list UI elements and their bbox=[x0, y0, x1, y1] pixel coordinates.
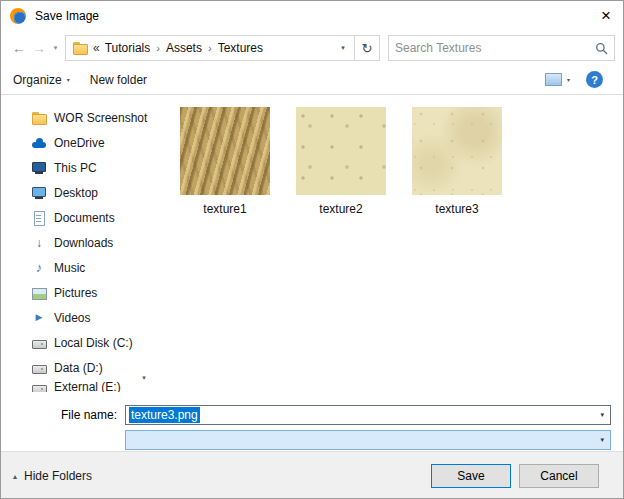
file-name-label: texture1 bbox=[179, 202, 271, 216]
command-toolbar: Organize ▾ New folder ▾ ? bbox=[1, 65, 623, 95]
sidebar-item-label: This PC bbox=[54, 161, 151, 175]
chevron-down-icon[interactable]: ▾ bbox=[600, 411, 604, 419]
sidebar-item-data-d[interactable]: Data (D:) bbox=[1, 355, 151, 380]
organize-label: Organize bbox=[13, 73, 62, 87]
video-play-icon: ▶ bbox=[31, 310, 47, 326]
refresh-icon[interactable]: ↻ bbox=[354, 35, 380, 61]
breadcrumb-separator-icon: › bbox=[207, 42, 213, 54]
file-item-texture2[interactable]: texture2 bbox=[295, 107, 387, 216]
sidebar-item-label: Pictures bbox=[54, 286, 151, 300]
desktop-icon bbox=[31, 185, 47, 201]
folder-icon bbox=[72, 40, 88, 56]
file-list: texture1 texture2 texture3 bbox=[151, 95, 623, 401]
sidebar-item-music[interactable]: ♪ Music bbox=[1, 255, 151, 280]
sidebar-item-onedrive[interactable]: OneDrive bbox=[1, 130, 151, 155]
window-title: Save Image bbox=[35, 9, 99, 23]
search-input[interactable] bbox=[395, 41, 595, 55]
file-name-label: texture3 bbox=[411, 202, 503, 216]
recent-locations-chevron-icon[interactable]: ▾ bbox=[49, 44, 62, 52]
hide-folders-label: Hide Folders bbox=[24, 469, 92, 483]
title-bar: Save Image × bbox=[1, 1, 623, 31]
save-button[interactable]: Save bbox=[431, 464, 511, 488]
sidebar-item-documents[interactable]: Documents bbox=[1, 205, 151, 230]
file-name-input[interactable]: texture3.png ▾ bbox=[125, 405, 611, 425]
navigation-bar: ← → ▾ « Tutorials › Assets › Textures ▾ … bbox=[1, 31, 623, 65]
search-icon bbox=[595, 42, 608, 55]
sidebar-item-downloads[interactable]: ↓ Downloads bbox=[1, 230, 151, 255]
sidebar-item-wor-screenshot[interactable]: WOR Screenshot bbox=[1, 105, 151, 130]
document-icon bbox=[31, 210, 47, 226]
computer-icon bbox=[31, 160, 47, 176]
texture1-thumbnail[interactable] bbox=[180, 107, 270, 195]
file-item-texture1[interactable]: texture1 bbox=[179, 107, 271, 216]
scrollbar-down-arrow-icon[interactable]: ▾ bbox=[138, 371, 150, 385]
new-folder-label: New folder bbox=[90, 73, 147, 87]
address-dropdown-chevron-icon[interactable]: ▾ bbox=[335, 44, 351, 52]
file-name-field-label: File name: bbox=[13, 408, 125, 422]
sidebar-item-label: Documents bbox=[54, 211, 151, 225]
firefox-icon bbox=[10, 8, 26, 24]
save-as-type-select[interactable]: ▾ bbox=[125, 430, 611, 450]
sidebar-item-label: OneDrive bbox=[54, 136, 151, 150]
save-image-dialog: Save Image × ← → ▾ « Tutorials › Assets … bbox=[0, 0, 624, 499]
main-area: WOR Screenshot OneDrive This PC Desktop … bbox=[1, 95, 623, 401]
sidebar-item-label: Videos bbox=[54, 311, 151, 325]
download-icon: ↓ bbox=[31, 235, 47, 251]
folder-tree: WOR Screenshot OneDrive This PC Desktop … bbox=[1, 95, 151, 401]
texture3-thumbnail[interactable] bbox=[412, 107, 502, 195]
cancel-button[interactable]: Cancel bbox=[519, 464, 599, 488]
picture-icon bbox=[31, 285, 47, 301]
chevron-down-icon: ▾ bbox=[567, 76, 570, 83]
file-name-section: File name: texture3.png ▾ ▾ bbox=[1, 401, 623, 451]
sidebar-item-label: Local Disk (C:) bbox=[54, 336, 151, 350]
music-note-icon: ♪ bbox=[31, 260, 47, 276]
file-name-value: texture3.png bbox=[129, 407, 200, 423]
help-button[interactable]: ? bbox=[586, 71, 603, 88]
sidebar-item-label: Desktop bbox=[54, 186, 151, 200]
drive-icon bbox=[31, 380, 47, 392]
sidebar-item-drive-e-clipped[interactable]: External (E:) bbox=[1, 380, 151, 392]
drive-icon bbox=[31, 335, 47, 351]
file-name-label: texture2 bbox=[295, 202, 387, 216]
new-folder-button[interactable]: New folder bbox=[90, 73, 147, 87]
chevron-up-icon: ▴ bbox=[13, 472, 17, 481]
sidebar-item-pictures[interactable]: Pictures bbox=[1, 280, 151, 305]
address-bar[interactable]: « Tutorials › Assets › Textures ▾ bbox=[65, 35, 355, 61]
back-button[interactable]: ← bbox=[9, 40, 29, 56]
sidebar-item-videos[interactable]: ▶ Videos bbox=[1, 305, 151, 330]
sidebar-item-this-pc[interactable]: This PC bbox=[1, 155, 151, 180]
breadcrumb-separator-icon: › bbox=[155, 42, 161, 54]
chevron-down-icon: ▾ bbox=[67, 76, 70, 83]
texture2-thumbnail[interactable] bbox=[296, 107, 386, 195]
sidebar-item-label: Data (D:) bbox=[54, 361, 151, 375]
sidebar-item-label: Music bbox=[54, 261, 151, 275]
onedrive-cloud-icon bbox=[31, 135, 47, 151]
breadcrumb-item-assets[interactable]: Assets bbox=[166, 41, 202, 55]
forward-button[interactable]: → bbox=[29, 40, 49, 56]
sidebar-item-label: Downloads bbox=[54, 236, 151, 250]
file-item-texture3[interactable]: texture3 bbox=[411, 107, 503, 216]
change-view-button[interactable]: ▾ bbox=[545, 73, 570, 86]
view-icon bbox=[545, 73, 562, 86]
sidebar-item-desktop[interactable]: Desktop bbox=[1, 180, 151, 205]
chevron-down-icon[interactable]: ▾ bbox=[600, 436, 604, 444]
search-box[interactable] bbox=[388, 35, 615, 61]
drive-icon bbox=[31, 360, 47, 376]
breadcrumb-overflow-button[interactable]: « bbox=[93, 41, 100, 55]
sidebar-item-label: WOR Screenshot bbox=[54, 111, 151, 125]
breadcrumb-item-textures[interactable]: Textures bbox=[218, 41, 263, 55]
close-icon[interactable]: × bbox=[589, 1, 623, 31]
sidebar-item-label: External (E:) bbox=[54, 380, 151, 392]
hide-folders-button[interactable]: ▴ Hide Folders bbox=[13, 469, 92, 483]
folder-icon bbox=[31, 110, 47, 126]
footer-bar: ▴ Hide Folders Save Cancel bbox=[1, 451, 623, 499]
breadcrumb-item-tutorials[interactable]: Tutorials bbox=[105, 41, 151, 55]
organize-button[interactable]: Organize ▾ bbox=[13, 73, 70, 87]
sidebar-item-local-disk-c[interactable]: Local Disk (C:) bbox=[1, 330, 151, 355]
toolbar-right-group: ▾ ? bbox=[545, 71, 611, 88]
